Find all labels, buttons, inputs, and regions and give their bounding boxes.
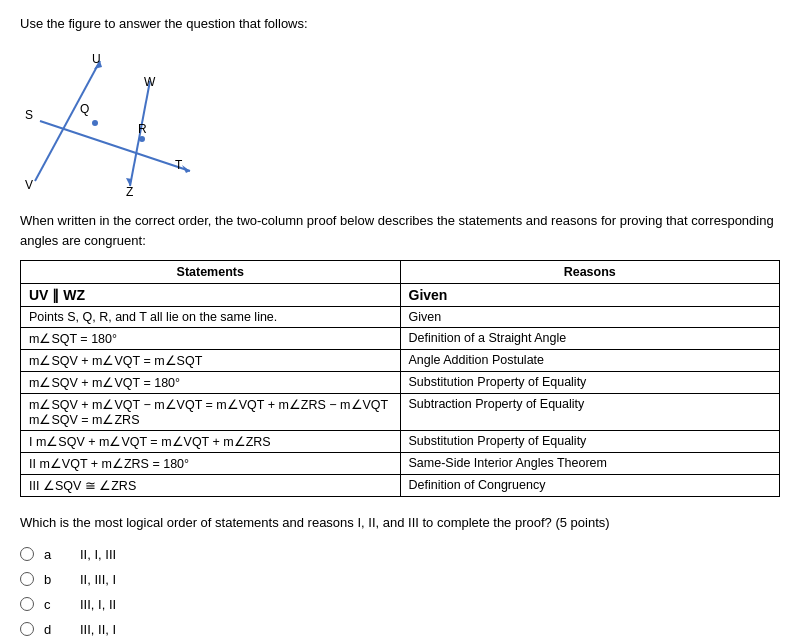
radio-c[interactable] — [20, 597, 34, 611]
svg-text:T: T — [175, 158, 183, 172]
question-text: Which is the most logical order of state… — [20, 513, 780, 533]
table-row: m∠SQV + m∠VQT − m∠VQT = m∠VQT + m∠ZRS − … — [21, 394, 780, 431]
option-value-a: II, I, III — [80, 547, 116, 562]
table-row: I m∠SQV + m∠VQT = m∠VQT + m∠ZRSSubstitut… — [21, 431, 780, 453]
reason-cell: Same-Side Interior Angles Theorem — [400, 453, 780, 475]
radio-d[interactable] — [20, 622, 34, 636]
svg-text:W: W — [144, 75, 156, 89]
radio-a[interactable] — [20, 547, 34, 561]
svg-text:Z: Z — [126, 185, 133, 199]
reason-cell: Given — [400, 284, 780, 307]
statement-cell: m∠SQV + m∠VQT = 180° — [21, 372, 401, 394]
option-label-d: d — [44, 622, 64, 637]
description-text: When written in the correct order, the t… — [20, 211, 780, 250]
options-list: aII, I, IIIbII, III, IcIII, I, IIdIII, I… — [20, 547, 780, 637]
reason-cell: Subtraction Property of Equality — [400, 394, 780, 431]
svg-text:S: S — [25, 108, 33, 122]
option-label-a: a — [44, 547, 64, 562]
table-row: m∠SQT = 180°Definition of a Straight Ang… — [21, 328, 780, 350]
option-value-c: III, I, II — [80, 597, 116, 612]
option-item-d[interactable]: dIII, II, I — [20, 622, 780, 637]
svg-text:Q: Q — [80, 102, 89, 116]
radio-b[interactable] — [20, 572, 34, 586]
reason-cell: Angle Addition Postulate — [400, 350, 780, 372]
reason-cell: Definition of a Straight Angle — [400, 328, 780, 350]
statement-cell: III ∠SQV ≅ ∠ZRS — [21, 475, 401, 497]
statement-cell: II m∠VQT + m∠ZRS = 180° — [21, 453, 401, 475]
option-value-b: II, III, I — [80, 572, 116, 587]
svg-point-14 — [92, 120, 98, 126]
statement-cell: m∠SQV + m∠VQT − m∠VQT = m∠VQT + m∠ZRS − … — [21, 394, 401, 431]
svg-point-15 — [139, 136, 145, 142]
option-item-b[interactable]: bII, III, I — [20, 572, 780, 587]
option-item-a[interactable]: aII, I, III — [20, 547, 780, 562]
geometry-figure: S Q U V W R T Z — [20, 41, 240, 201]
col-reasons: Reasons — [400, 261, 780, 284]
table-row: m∠SQV + m∠VQT = 180°Substitution Propert… — [21, 372, 780, 394]
option-value-d: III, II, I — [80, 622, 116, 637]
table-row: UV ∥ WZGiven — [21, 284, 780, 307]
reason-cell: Substitution Property of Equality — [400, 431, 780, 453]
table-row: m∠SQV + m∠VQT = m∠SQTAngle Addition Post… — [21, 350, 780, 372]
reason-cell: Given — [400, 307, 780, 328]
reason-cell: Substitution Property of Equality — [400, 372, 780, 394]
svg-line-2 — [35, 61, 100, 181]
reason-cell: Definition of Congruency — [400, 475, 780, 497]
statement-cell: Points S, Q, R, and T all lie on the sam… — [21, 307, 401, 328]
svg-text:U: U — [92, 52, 101, 66]
statement-cell: m∠SQV + m∠VQT = m∠SQT — [21, 350, 401, 372]
svg-text:R: R — [138, 122, 147, 136]
statement-cell: I m∠SQV + m∠VQT = m∠VQT + m∠ZRS — [21, 431, 401, 453]
svg-text:V: V — [25, 178, 33, 192]
col-statements: Statements — [21, 261, 401, 284]
figure: S Q U V W R T Z — [20, 41, 240, 201]
statement-cell: m∠SQT = 180° — [21, 328, 401, 350]
intro-text: Use the figure to answer the question th… — [20, 16, 780, 31]
table-row: II m∠VQT + m∠ZRS = 180°Same-Side Interio… — [21, 453, 780, 475]
proof-table: Statements Reasons UV ∥ WZGivenPoints S,… — [20, 260, 780, 497]
table-row: Points S, Q, R, and T all lie on the sam… — [21, 307, 780, 328]
statement-cell: UV ∥ WZ — [21, 284, 401, 307]
option-label-b: b — [44, 572, 64, 587]
option-item-c[interactable]: cIII, I, II — [20, 597, 780, 612]
table-row: III ∠SQV ≅ ∠ZRSDefinition of Congruency — [21, 475, 780, 497]
option-label-c: c — [44, 597, 64, 612]
